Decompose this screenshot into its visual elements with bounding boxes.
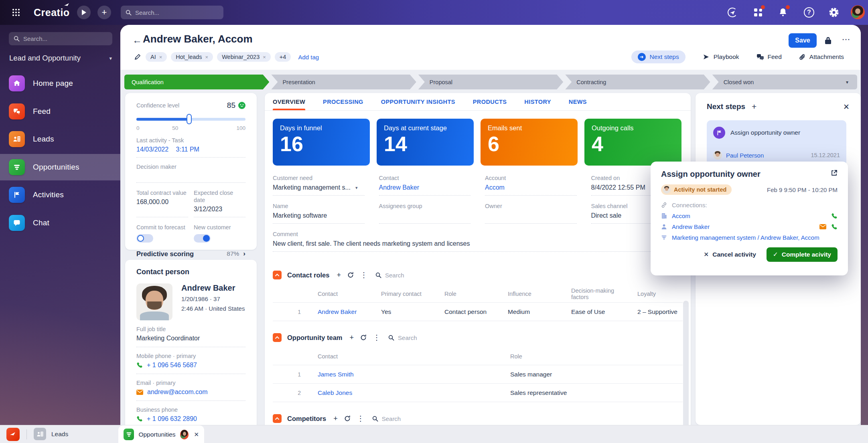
col-header[interactable]: Decision-making factors — [571, 287, 623, 300]
envelope-icon[interactable] — [819, 224, 826, 229]
section-search[interactable]: Search — [372, 415, 401, 422]
tab-opportunity-insights[interactable]: OPPORTUNITY INSIGHTS — [381, 93, 455, 110]
col-header[interactable]: Role — [510, 353, 683, 360]
tab-products[interactable]: PRODUCTS — [473, 93, 507, 110]
col-header[interactable]: Contact — [318, 353, 510, 360]
settings-gear-icon[interactable] — [826, 4, 842, 20]
next-step-card[interactable]: Assign opportunity owner Paul Peterson 1… — [707, 120, 846, 166]
decision-maker-field[interactable]: Decision maker — [136, 163, 245, 183]
attachments-button[interactable]: Attachments — [799, 53, 844, 61]
chevron-down-icon[interactable]: ▾ — [355, 185, 358, 190]
sidebar-item-feed[interactable]: Feed — [0, 98, 120, 125]
save-button[interactable]: Save — [789, 33, 817, 48]
workspace-selector[interactable]: Lead and Opportunity ▾ — [9, 54, 112, 63]
copilot-icon[interactable] — [724, 4, 740, 20]
name-field[interactable]: Name Marketing software — [273, 202, 365, 224]
quick-add-button[interactable]: + — [97, 6, 111, 19]
stage-contracting[interactable]: Contracting — [565, 75, 710, 89]
next-steps-toggle-button[interactable]: ➜ Next steps — [631, 51, 685, 63]
marketplace-apps-icon[interactable] — [750, 4, 766, 20]
sidebar-item-leads[interactable]: Leads — [0, 126, 120, 152]
account-field[interactable]: Account Accom — [485, 174, 577, 196]
contact-link[interactable]: James Smith — [318, 371, 510, 378]
owner-field[interactable]: Owner — [485, 202, 577, 224]
stage-closed-won[interactable]: Closed won▾ — [712, 75, 857, 89]
sidebar-item-chat[interactable]: Chat — [0, 210, 120, 236]
collapse-icon[interactable] — [273, 333, 282, 342]
complete-activity-button[interactable]: ✓ Complete acivity — [767, 247, 838, 262]
expected-close-date-field[interactable]: Expected close date 3/12/2023 — [194, 189, 245, 217]
stage-qualification[interactable]: Qualification — [124, 75, 269, 89]
add-tag-link[interactable]: Add tag — [298, 54, 319, 61]
cancel-activity-button[interactable]: ✕ Cancel activity — [704, 251, 756, 258]
tab-history[interactable]: HISTORY — [524, 93, 551, 110]
collapse-icon[interactable] — [273, 271, 282, 279]
commit-to-forecast-toggle[interactable] — [136, 234, 153, 243]
notifications-bell-icon[interactable] — [775, 4, 791, 20]
global-search[interactable] — [121, 6, 223, 19]
table-row[interactable]: 1 James Smith Sales manager — [273, 365, 683, 384]
tab-news[interactable]: NEWS — [569, 93, 587, 110]
back-button[interactable]: ← — [132, 34, 142, 46]
total-contract-value-field[interactable]: Total contract value 168,000.00 — [136, 189, 188, 217]
tag-pencil-icon[interactable] — [134, 54, 141, 61]
sidebar-search-input[interactable] — [23, 35, 107, 42]
col-header[interactable]: Loyalty — [637, 291, 683, 297]
table-row[interactable]: 2 Caleb Jones Sales representative — [273, 384, 683, 402]
last-activity-date-link[interactable]: 14/03/2022 — [136, 146, 168, 153]
tag-remove-icon[interactable]: × — [263, 54, 266, 60]
col-header[interactable]: Role — [444, 291, 508, 297]
confidence-slider[interactable] — [136, 114, 245, 124]
vertical-scrollbar[interactable] — [683, 301, 689, 425]
close-icon[interactable]: ✕ — [843, 102, 850, 111]
section-search[interactable]: Search — [388, 334, 417, 341]
refresh-icon[interactable] — [360, 334, 367, 341]
contact-link[interactable]: Andrew Baker — [318, 308, 381, 316]
add-icon[interactable]: + — [350, 334, 354, 342]
tag-chip[interactable]: AI× — [146, 52, 167, 62]
email-link[interactable]: andrew@accom.com — [147, 388, 208, 396]
slider-thumb[interactable] — [187, 114, 192, 124]
comment-field[interactable]: Comment New client, first sale. The clie… — [273, 231, 683, 252]
section-search[interactable]: Search — [375, 272, 404, 279]
more-tags-chip[interactable]: +4 — [275, 52, 291, 62]
new-customer-toggle[interactable] — [194, 234, 211, 243]
kebab-menu-icon[interactable]: ⋮ — [357, 414, 364, 423]
sidebar-item-home[interactable]: Home page — [0, 70, 120, 97]
opportunity-link[interactable]: Marketing management system / Andrew Bak… — [672, 234, 819, 241]
kebab-menu-icon[interactable]: ⋮ — [373, 333, 380, 342]
owner-link[interactable]: Paul Peterson — [726, 152, 764, 159]
tab-overview[interactable]: OVERVIEW — [273, 93, 305, 110]
process-play-button[interactable] — [77, 6, 91, 19]
global-search-input[interactable] — [135, 9, 219, 16]
close-tab-icon[interactable]: ✕ — [194, 431, 199, 438]
customer-need-field[interactable]: Customer need Marketing management s...▾ — [273, 174, 365, 196]
collapse-icon[interactable] — [273, 414, 282, 423]
chevron-right-icon[interactable]: › — [243, 250, 245, 258]
tab-processing[interactable]: PROCESSING — [323, 93, 363, 110]
col-header[interactable]: Contact — [318, 291, 381, 297]
contact-link[interactable]: Andrew Baker — [672, 223, 710, 230]
taskbar-tab-opportunities[interactable]: Opportunities ✕ — [118, 425, 204, 443]
stage-presentation[interactable]: Presentation — [271, 75, 416, 89]
phone-icon[interactable] — [831, 224, 838, 230]
col-header[interactable]: Influence — [508, 291, 571, 297]
creatio-taskbar-icon[interactable] — [6, 428, 20, 441]
business-phone-link[interactable]: + 1 096 632 2890 — [147, 415, 197, 423]
feed-button[interactable]: Feed — [757, 53, 782, 61]
app-grid-icon[interactable] — [9, 5, 23, 20]
sidebar-item-activities[interactable]: Activities — [0, 182, 120, 208]
lock-icon[interactable] — [824, 36, 832, 45]
contact-photo[interactable] — [136, 283, 172, 320]
refresh-icon[interactable] — [344, 415, 351, 422]
table-row[interactable]: 1 Andrew Baker Yes Contact person Medium… — [273, 303, 683, 321]
add-step-icon[interactable]: + — [752, 102, 756, 111]
add-icon[interactable]: + — [337, 271, 341, 279]
more-actions-button[interactable]: … — [842, 32, 851, 42]
taskbar-item-leads[interactable]: Leads — [34, 428, 68, 440]
contact-link[interactable]: Caleb Jones — [318, 389, 510, 396]
last-activity-time-link[interactable]: 3:11 PM — [176, 146, 199, 153]
kebab-menu-icon[interactable]: ⋮ — [360, 271, 367, 279]
sidebar-item-opportunities[interactable]: Opportunities — [0, 154, 120, 180]
tag-remove-icon[interactable]: × — [159, 54, 162, 60]
